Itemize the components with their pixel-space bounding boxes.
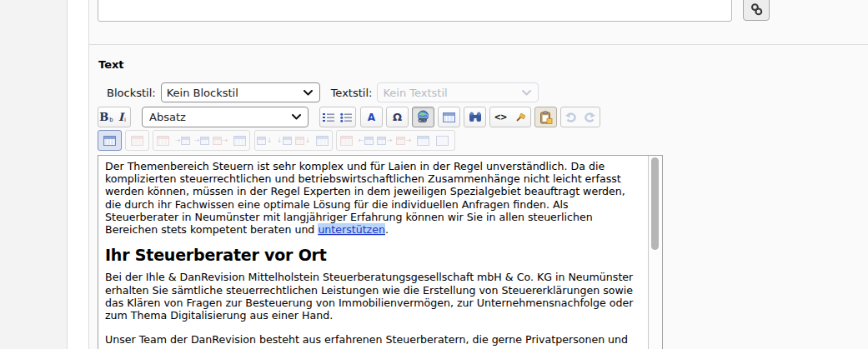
bold-button[interactable]: B b: [98, 107, 114, 127]
source-code-button[interactable]: <>: [490, 107, 510, 127]
editor-content[interactable]: Der Themenbereich Steuern ist sehr kompl…: [98, 156, 648, 349]
table-icon: [443, 112, 455, 122]
insert-table-button[interactable]: [438, 107, 460, 127]
chevron-down-icon: [292, 114, 301, 120]
globe-link-icon: [416, 110, 430, 124]
binoculars-icon: [469, 112, 482, 122]
page-left-gutter: [0, 0, 68, 349]
blockstil-value: Kein Blockstil: [167, 87, 238, 99]
field-label-text: Text: [98, 58, 124, 71]
insert-col-before-icon: [257, 137, 266, 145]
insert-table-button-2[interactable]: [98, 131, 121, 150]
ordered-list-button[interactable]: [320, 107, 338, 127]
editor-paragraph-3: Unser Team der DanRevision besteht aus e…: [105, 333, 641, 346]
bold-icon: B: [99, 112, 108, 122]
editor-link-unterstuetzen[interactable]: unterstützen: [318, 223, 385, 236]
omega-icon: Ω: [393, 112, 402, 122]
insert-row-after-button: →: [192, 131, 211, 150]
chevron-down-icon-disabled: [522, 90, 531, 96]
editor-heading: Ihr Steuerberater vor Ort: [105, 249, 641, 262]
delete-cell-icon: [396, 137, 405, 145]
insert-col-after-icon: [283, 137, 292, 145]
code-icon: <>: [494, 113, 507, 122]
editor-scrollbar-thumb[interactable]: [651, 157, 659, 250]
table-properties-button: [126, 131, 148, 150]
rich-text-editor[interactable]: Der Themenbereich Steuern ist sehr kompl…: [98, 155, 663, 349]
cell-properties-icon: [157, 136, 169, 146]
card-edge-strip: [68, 0, 89, 349]
insert-link-button[interactable]: [743, 0, 770, 21]
unordered-list-icon: [340, 112, 353, 122]
cell-insert-after-icon: [377, 137, 386, 145]
merge-cells-button: [337, 131, 356, 150]
table-icon: [103, 136, 116, 146]
paragraph-format-select[interactable]: Absatz: [142, 107, 309, 127]
paste-button[interactable]: [534, 107, 557, 127]
delete-col-icon: [295, 137, 304, 145]
table-properties-icon: [131, 136, 143, 146]
textstil-select: Kein Textstil: [377, 82, 539, 102]
merge-cells-icon: [340, 136, 353, 146]
delete-col-button: ↓: [294, 131, 313, 150]
insert-row-before-button: →: [173, 131, 192, 150]
font-color-icon: A: [368, 112, 375, 122]
insert-link-globe-button[interactable]: [412, 107, 434, 127]
font-color-button[interactable]: A: [360, 107, 383, 127]
textstil-label: Textstil:: [331, 87, 373, 99]
split-cell-button: [433, 131, 452, 150]
insert-col-after-button: ↓: [274, 131, 294, 150]
chain-link-icon: [750, 2, 764, 17]
ordered-list-icon: [323, 112, 335, 122]
undo-button: [561, 107, 580, 127]
cell-properties-button: [153, 131, 173, 150]
cell-insert-before-button: ←: [356, 131, 375, 150]
unordered-list-button[interactable]: [338, 107, 355, 127]
italic-button[interactable]: I i: [114, 107, 130, 127]
find-replace-button[interactable]: [464, 107, 486, 127]
redo-button: [580, 107, 600, 127]
insert-row-after-icon: [200, 137, 209, 145]
delete-cell-button: →: [394, 131, 414, 150]
cell-insert-after-button: →: [375, 131, 394, 150]
cell-insert-before-icon: [364, 137, 374, 145]
delete-row-icon: [213, 137, 222, 145]
chevron-down-icon: [304, 90, 313, 96]
col-properties-button: [313, 131, 332, 150]
textstil-value: Kein Textstil: [383, 87, 447, 99]
url-input[interactable]: [98, 0, 732, 22]
col-properties-icon: [316, 136, 329, 146]
section-divider: [89, 44, 868, 45]
clipboard-paste-icon: [539, 111, 553, 124]
editor-scrollbar[interactable]: [648, 156, 662, 349]
italic-icon: I: [118, 112, 123, 122]
delete-row-button: →: [211, 131, 230, 150]
insert-col-before-button: ↓: [255, 131, 274, 150]
row-properties-button: [230, 131, 249, 150]
blockstil-label: Blockstil:: [107, 87, 156, 99]
insert-row-before-icon: [181, 137, 190, 145]
cms-editor-panel: Text Blockstil: Kein Blockstil Textstil:…: [0, 0, 868, 349]
merge-table-cells-button: [414, 131, 433, 150]
broom-icon: [514, 112, 527, 123]
split-cell-icon: [436, 136, 449, 146]
row-properties-icon: [233, 136, 246, 146]
redo-icon: [584, 112, 596, 122]
blockstil-select[interactable]: Kein Blockstil: [161, 82, 320, 102]
undo-icon: [564, 112, 577, 122]
cleanup-button[interactable]: [510, 107, 530, 127]
editor-paragraph-2: Bei der Ihle & DanRevision Mittelholstei…: [105, 271, 641, 322]
merge-table-cells-icon: [417, 136, 429, 146]
editor-paragraph-1: Der Themenbereich Steuern ist sehr kompl…: [105, 160, 641, 236]
paragraph-format-value: Absatz: [149, 111, 186, 123]
special-character-button[interactable]: Ω: [386, 107, 409, 127]
